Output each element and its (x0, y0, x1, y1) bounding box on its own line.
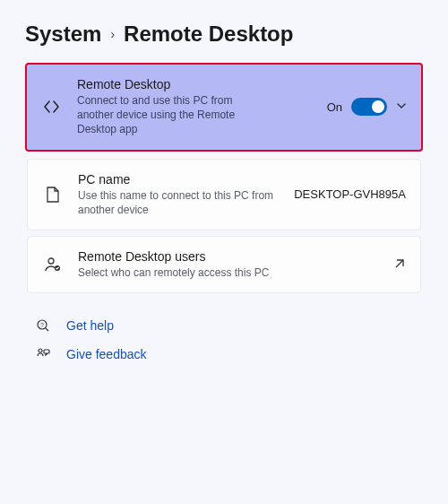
svg-text:?: ? (40, 322, 44, 328)
feedback-icon (32, 347, 54, 361)
give-feedback-link[interactable]: Give feedback (32, 347, 421, 361)
help-icon: ? (32, 318, 54, 333)
chevron-down-icon[interactable] (396, 100, 407, 114)
toggle-state-label: On (327, 100, 342, 114)
remote-desktop-toggle[interactable] (351, 98, 387, 116)
card-subtitle: Connect to and use this PC from another … (77, 93, 247, 137)
card-title: Remote Desktop users (78, 249, 379, 264)
remote-desktop-users-card[interactable]: Remote Desktop users Select who can remo… (27, 236, 421, 293)
breadcrumb-parent[interactable]: System (25, 22, 101, 47)
card-subtitle: Use this name to connect to this PC from… (78, 188, 280, 217)
page-title: Remote Desktop (124, 22, 293, 47)
document-icon (42, 186, 64, 204)
link-label: Give feedback (66, 347, 147, 361)
svg-point-4 (39, 349, 42, 352)
users-icon (42, 256, 64, 273)
svg-rect-5 (44, 350, 49, 353)
card-subtitle: Select who can remotely access this PC (78, 265, 379, 280)
external-link-icon[interactable] (393, 257, 406, 273)
remote-desktop-icon (41, 98, 63, 116)
get-help-link[interactable]: ? Get help (32, 318, 421, 333)
pc-name-card: PC name Use this name to connect to this… (27, 159, 421, 230)
pc-name-value: DESKTOP-GVH895A (294, 187, 406, 201)
breadcrumb: System › Remote Desktop (25, 22, 434, 47)
card-title: PC name (78, 172, 280, 187)
card-title: Remote Desktop (77, 77, 313, 91)
remote-desktop-toggle-card[interactable]: Remote Desktop Connect to and use this P… (25, 63, 423, 152)
link-label: Get help (66, 318, 114, 333)
svg-point-0 (48, 258, 54, 264)
chevron-right-icon: › (110, 27, 115, 41)
